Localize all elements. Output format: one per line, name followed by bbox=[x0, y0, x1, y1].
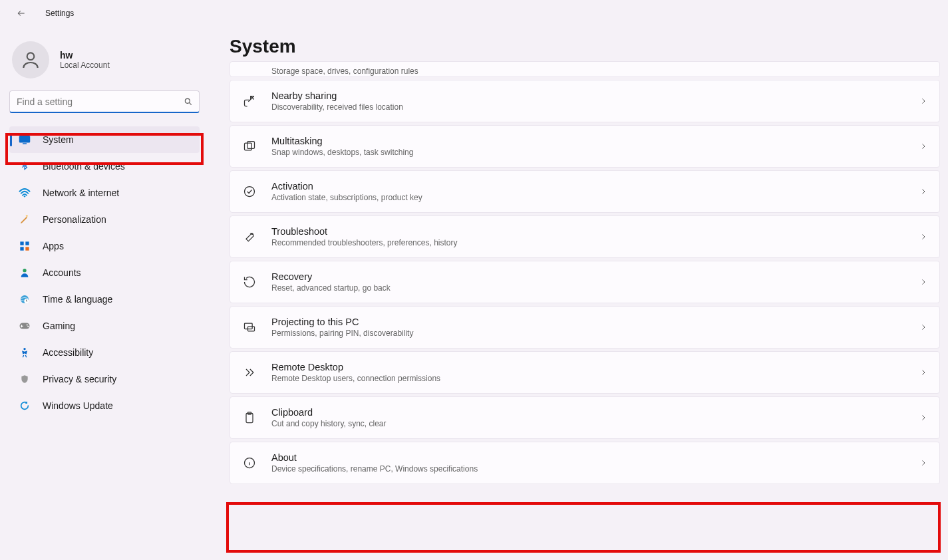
svg-rect-23 bbox=[245, 323, 253, 329]
accessibility-icon bbox=[19, 347, 31, 358]
multitask-icon bbox=[242, 139, 257, 154]
sidebar-item-system[interactable]: System bbox=[9, 126, 200, 153]
update-icon bbox=[19, 400, 31, 412]
search-wrap bbox=[9, 90, 200, 113]
chevron-right-icon bbox=[919, 232, 927, 241]
svg-rect-4 bbox=[19, 136, 31, 143]
arrow-left-icon bbox=[17, 9, 26, 18]
card-title: Troubleshoot bbox=[271, 226, 905, 237]
card-about[interactable]: About Device specifications, rename PC, … bbox=[230, 442, 940, 484]
card-troubleshoot[interactable]: Troubleshoot Recommended troubleshooters… bbox=[230, 215, 940, 258]
card-subtitle: Discoverability, received files location bbox=[271, 102, 905, 112]
card-subtitle: Recommended troubleshooters, preferences… bbox=[271, 238, 905, 247]
wifi-icon bbox=[19, 187, 31, 199]
card-title: Recovery bbox=[271, 271, 905, 282]
card-projecting[interactable]: Projecting to this PC Permissions, pairi… bbox=[230, 306, 940, 349]
settings-cards: Storage space, drives, configuration rul… bbox=[230, 61, 940, 484]
svg-rect-9 bbox=[25, 241, 29, 245]
card-title: Clipboard bbox=[271, 407, 905, 418]
sidebar: hw Local Account System Bluetooth & devi… bbox=[0, 27, 213, 419]
sidebar-item-privacy[interactable]: Privacy & security bbox=[9, 366, 200, 392]
nav-list: System Bluetooth & devices Network & int… bbox=[9, 126, 200, 419]
person-icon bbox=[20, 49, 41, 70]
card-subtitle: Reset, advanced startup, go back bbox=[271, 283, 905, 293]
card-subtitle: Remote Desktop users, connection permiss… bbox=[271, 374, 905, 383]
svg-rect-11 bbox=[25, 247, 29, 250]
sidebar-item-label: Windows Update bbox=[43, 400, 113, 411]
svg-point-6 bbox=[24, 196, 25, 197]
chevron-right-icon bbox=[919, 413, 927, 422]
svg-rect-5 bbox=[23, 143, 27, 144]
card-subtitle: Cut and copy history, sync, clear bbox=[271, 419, 905, 428]
check-circle-icon bbox=[242, 184, 257, 199]
shield-icon bbox=[19, 373, 31, 385]
chevron-right-icon bbox=[919, 187, 927, 196]
user-subtitle: Local Account bbox=[60, 61, 110, 70]
titlebar: Settings bbox=[0, 0, 948, 27]
svg-point-17 bbox=[27, 326, 29, 327]
svg-rect-20 bbox=[247, 142, 255, 149]
card-clipboard[interactable]: Clipboard Cut and copy history, sync, cl… bbox=[230, 396, 940, 439]
card-nearby-sharing[interactable]: Nearby sharing Discoverability, received… bbox=[230, 80, 940, 122]
sidebar-item-label: Bluetooth & devices bbox=[43, 161, 125, 172]
sidebar-item-personalization[interactable]: Personalization bbox=[9, 206, 200, 233]
svg-rect-19 bbox=[245, 143, 252, 150]
card-activation[interactable]: Activation Activation state, subscriptio… bbox=[230, 170, 940, 213]
globe-icon bbox=[19, 293, 31, 305]
user-name: hw bbox=[60, 50, 110, 61]
svg-rect-10 bbox=[20, 247, 23, 250]
card-title: Multitasking bbox=[271, 136, 905, 146]
chevron-right-icon bbox=[919, 458, 927, 468]
user-row[interactable]: hw Local Account bbox=[9, 35, 213, 90]
remote-icon bbox=[242, 365, 257, 380]
svg-line-3 bbox=[189, 102, 191, 104]
info-icon bbox=[242, 456, 257, 470]
card-multitasking[interactable]: Multitasking Snap windows, desktops, tas… bbox=[230, 125, 940, 168]
card-remote-desktop[interactable]: Remote Desktop Remote Desktop users, con… bbox=[230, 351, 940, 394]
apps-icon bbox=[19, 240, 31, 252]
share-icon bbox=[242, 94, 257, 108]
search-icon bbox=[184, 97, 193, 106]
chevron-right-icon bbox=[919, 96, 927, 106]
search-input[interactable] bbox=[9, 90, 200, 113]
sidebar-item-gaming[interactable]: Gaming bbox=[9, 313, 200, 339]
card-recovery[interactable]: Recovery Reset, advanced startup, go bac… bbox=[230, 261, 940, 303]
sidebar-item-label: Privacy & security bbox=[43, 374, 116, 384]
chevron-right-icon bbox=[919, 142, 927, 151]
page-title: System bbox=[230, 36, 940, 57]
recovery-icon bbox=[242, 275, 257, 289]
sidebar-item-label: System bbox=[43, 134, 74, 145]
card-title: Nearby sharing bbox=[271, 90, 905, 101]
sidebar-item-label: Accounts bbox=[43, 267, 81, 278]
card-subtitle: Activation state, subscriptions, product… bbox=[271, 193, 905, 202]
svg-point-18 bbox=[23, 348, 25, 350]
sidebar-item-accessibility[interactable]: Accessibility bbox=[9, 339, 200, 366]
clipboard-icon bbox=[242, 410, 257, 425]
sidebar-item-update[interactable]: Windows Update bbox=[9, 392, 200, 419]
sidebar-item-accounts[interactable]: Accounts bbox=[9, 259, 200, 286]
card-subtitle: Device specifications, rename PC, Window… bbox=[271, 464, 905, 474]
display-icon bbox=[19, 134, 31, 146]
svg-point-21 bbox=[245, 187, 255, 197]
sidebar-item-network[interactable]: Network & internet bbox=[9, 180, 200, 206]
sidebar-item-label: Accessibility bbox=[43, 347, 93, 358]
chevron-right-icon bbox=[919, 368, 927, 377]
card-storage-partial[interactable]: Storage space, drives, configuration rul… bbox=[230, 61, 940, 77]
sidebar-item-apps[interactable]: Apps bbox=[9, 233, 200, 259]
card-title: Remote Desktop bbox=[271, 362, 905, 372]
paint-icon bbox=[19, 213, 31, 225]
chevron-right-icon bbox=[919, 277, 927, 287]
svg-point-2 bbox=[185, 98, 190, 103]
sidebar-item-bluetooth[interactable]: Bluetooth & devices bbox=[9, 153, 200, 180]
card-title: About bbox=[271, 452, 905, 463]
accounts-icon bbox=[19, 267, 31, 279]
project-icon bbox=[242, 320, 257, 335]
gaming-icon bbox=[19, 320, 31, 332]
sidebar-item-label: Gaming bbox=[43, 321, 75, 331]
sidebar-item-time[interactable]: Time & language bbox=[9, 286, 200, 313]
svg-point-12 bbox=[23, 269, 26, 272]
sidebar-item-label: Network & internet bbox=[43, 188, 119, 198]
sidebar-item-label: Time & language bbox=[43, 294, 112, 305]
main-content: System Storage space, drives, configurat… bbox=[230, 27, 940, 560]
back-button[interactable] bbox=[11, 3, 32, 24]
